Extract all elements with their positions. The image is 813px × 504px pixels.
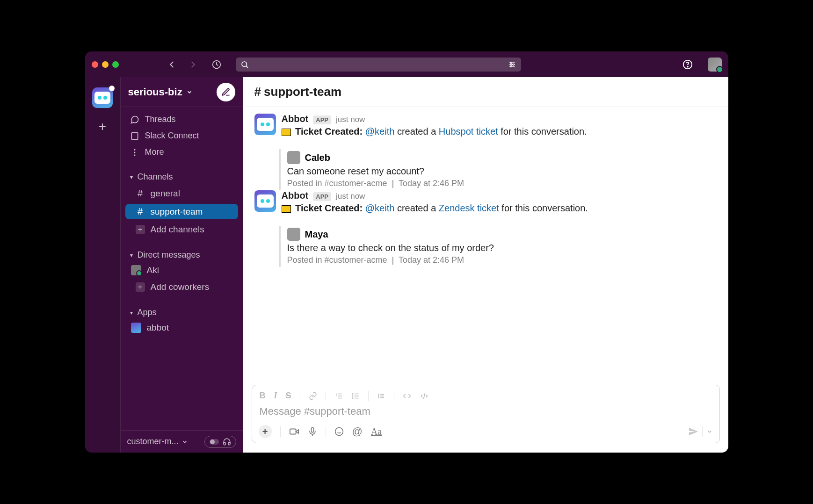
- add-workspace-button[interactable]: +: [99, 119, 106, 134]
- send-options-button[interactable]: [706, 428, 713, 435]
- sender-name[interactable]: Abbot: [282, 190, 309, 201]
- sender-name[interactable]: Abbot: [282, 114, 309, 124]
- strike-button[interactable]: S: [286, 391, 291, 401]
- message-input[interactable]: Message #support-team: [259, 404, 713, 421]
- hash-icon: #: [136, 188, 145, 199]
- italic-button[interactable]: I: [274, 391, 277, 401]
- message-timestamp: just now: [336, 192, 365, 201]
- history-nav: [167, 59, 198, 70]
- workspace-icon[interactable]: [92, 87, 113, 108]
- attach-button[interactable]: +: [259, 425, 272, 438]
- codeblock-button[interactable]: [420, 392, 429, 400]
- back-button[interactable]: [167, 59, 177, 70]
- format-toggle-button[interactable]: Aa: [371, 426, 382, 437]
- mention-button[interactable]: @: [352, 425, 363, 438]
- composer-actions: + @ Aa: [259, 421, 713, 438]
- svg-line-2: [246, 66, 247, 67]
- svg-point-10: [687, 66, 688, 67]
- minimize-window-button[interactable]: [102, 61, 109, 68]
- sidebar-footer: customer-m...: [121, 430, 243, 453]
- svg-point-25: [352, 393, 353, 394]
- threads-icon: [130, 115, 139, 124]
- add-channels-button[interactable]: + Add channels: [125, 222, 238, 237]
- channel-header[interactable]: #support-team: [243, 77, 728, 107]
- forward-button[interactable]: [188, 59, 198, 70]
- search-input[interactable]: [236, 58, 521, 72]
- maximize-window-button[interactable]: [112, 61, 119, 68]
- dm-aki[interactable]: Aki: [121, 263, 243, 278]
- add-coworkers-button[interactable]: + Add coworkers: [125, 280, 238, 295]
- workspace-header[interactable]: serious-biz: [121, 77, 243, 107]
- video-button[interactable]: [289, 426, 299, 437]
- hash-icon: #: [136, 206, 145, 217]
- message-attachment: Maya Is there a way to check on the stat…: [279, 226, 717, 267]
- filter-icon[interactable]: [508, 60, 516, 69]
- ordered-list-button[interactable]: [334, 392, 343, 400]
- channel-label: support-team: [151, 207, 203, 217]
- attachment-meta: Posted in #customer-acme | Today at 2:46…: [287, 255, 717, 265]
- avatar: [287, 151, 300, 164]
- channel-general[interactable]: # general: [125, 186, 238, 201]
- chevron-down-icon: [186, 89, 193, 95]
- workspace-name: serious-biz: [128, 86, 182, 98]
- caret-down-icon: ▾: [130, 174, 133, 180]
- footer-channel-switcher[interactable]: customer-m...: [127, 437, 188, 446]
- help-button[interactable]: [682, 59, 693, 70]
- channel-title: support-team: [264, 85, 341, 99]
- mic-button[interactable]: [308, 427, 317, 436]
- sender-avatar[interactable]: [254, 114, 276, 135]
- message-list: Abbot APP just now Ticket Created: @keit…: [243, 107, 728, 385]
- plus-icon: +: [136, 225, 145, 234]
- user-mention[interactable]: @keith: [365, 203, 395, 213]
- avatar: [131, 265, 141, 275]
- channel-support-team[interactable]: # support-team: [125, 204, 238, 219]
- message-text: Ticket Created: @keith created a Zendesk…: [282, 203, 717, 214]
- sidebar-item-threads[interactable]: Threads: [121, 112, 243, 127]
- svg-point-27: [352, 397, 353, 398]
- code-button[interactable]: [403, 392, 411, 400]
- huddle-toggle[interactable]: [210, 439, 219, 445]
- bullet-list-button[interactable]: [351, 392, 360, 400]
- section-apps[interactable]: ▾ Apps: [121, 303, 243, 319]
- main-content: #support-team Abbot APP just now: [243, 77, 728, 453]
- caret-down-icon: ▾: [130, 252, 133, 259]
- ticket-link[interactable]: Hubspot ticket: [439, 126, 498, 137]
- user-avatar[interactable]: [708, 58, 722, 72]
- section-dms[interactable]: ▾ Direct messages: [121, 245, 243, 262]
- huddle-control[interactable]: [204, 436, 236, 448]
- section-label: Apps: [138, 308, 157, 317]
- svg-point-16: [134, 149, 135, 150]
- avatar: [287, 228, 300, 241]
- app-abbot[interactable]: abbot: [121, 320, 243, 335]
- workspace-rail: +: [85, 77, 121, 453]
- emoji-button[interactable]: [334, 427, 344, 436]
- section-channels[interactable]: ▾ Channels: [121, 167, 243, 184]
- link-button[interactable]: [309, 392, 317, 400]
- message-text: Ticket Created: @keith created a Hubspot…: [282, 126, 717, 137]
- user-mention[interactable]: @keith: [365, 126, 395, 137]
- sidebar-item-slack-connect[interactable]: Slack Connect: [121, 128, 243, 144]
- sidebar-item-label: More: [145, 147, 164, 157]
- compose-button[interactable]: [217, 83, 235, 101]
- close-window-button[interactable]: [92, 61, 98, 68]
- ticket-icon: [282, 205, 291, 213]
- chevron-down-icon: [181, 439, 188, 445]
- attachment-author[interactable]: Maya: [305, 229, 328, 240]
- sidebar-item-more[interactable]: More: [121, 144, 243, 160]
- search-icon: [240, 60, 249, 69]
- attachment-author[interactable]: Caleb: [305, 152, 330, 163]
- blockquote-button[interactable]: [377, 392, 385, 400]
- send-button[interactable]: [688, 426, 698, 437]
- bold-button[interactable]: B: [260, 391, 266, 401]
- add-channels-label: Add channels: [151, 224, 204, 235]
- ticket-icon: [282, 129, 291, 136]
- section-label: Channels: [138, 172, 173, 182]
- plus-icon: +: [136, 282, 145, 292]
- history-button[interactable]: [211, 59, 222, 70]
- sidebar: serious-biz Threads: [121, 77, 243, 453]
- ticket-link[interactable]: Zendesk ticket: [439, 203, 499, 213]
- sender-avatar[interactable]: [254, 190, 276, 212]
- svg-point-26: [352, 396, 353, 396]
- sidebar-item-label: Slack Connect: [145, 131, 199, 141]
- svg-point-6: [512, 64, 514, 65]
